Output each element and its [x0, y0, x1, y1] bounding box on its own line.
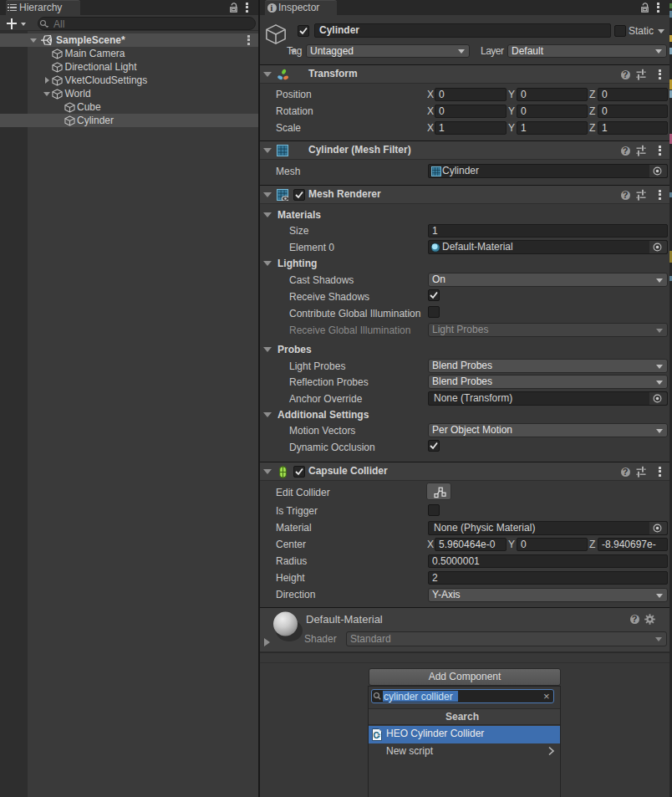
svg-text:#: #	[377, 733, 380, 738]
